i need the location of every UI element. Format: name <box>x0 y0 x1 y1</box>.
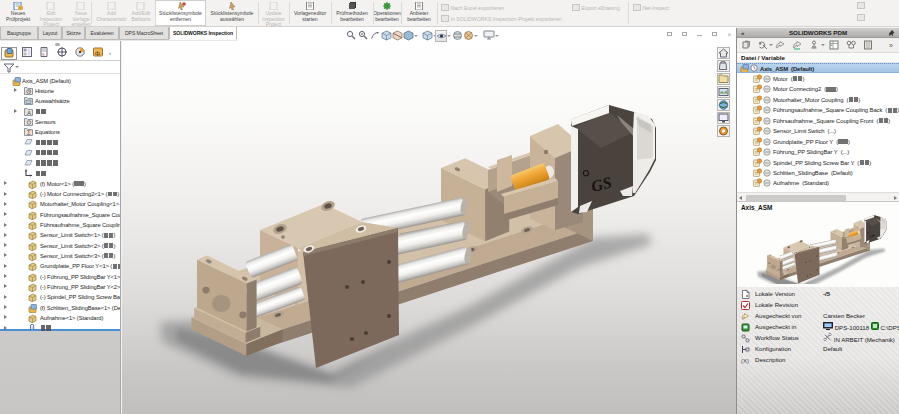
svg-text:Σ: Σ <box>27 129 31 136</box>
svg-text:A: A <box>27 110 31 116</box>
svg-text:ф: ф <box>95 50 100 56</box>
